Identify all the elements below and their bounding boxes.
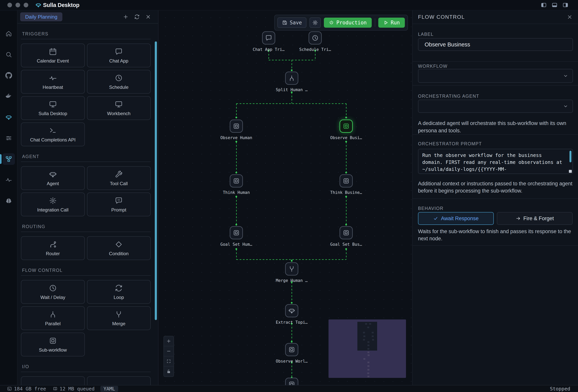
node-sub-workflow-partial[interactable] xyxy=(285,378,298,385)
node-goal-set-human[interactable] xyxy=(230,226,243,239)
rail-item-activity[interactable] xyxy=(2,174,15,186)
save-button[interactable]: Save xyxy=(277,17,307,28)
minimap[interactable] xyxy=(329,319,406,378)
node-label-think-business: Think Busine… xyxy=(321,190,371,195)
prompt-resize-handle[interactable] xyxy=(569,170,572,173)
clock-icon xyxy=(48,284,57,292)
minimize-window-button[interactable] xyxy=(15,3,20,7)
palette-card-calendar-event[interactable]: Calendar Event xyxy=(21,43,85,67)
palette-card-chat-completions-api[interactable]: Chat Completions API xyxy=(21,122,85,146)
palette-card-label: Sub-workflow xyxy=(39,347,67,353)
rail-item-settings[interactable] xyxy=(2,132,15,144)
rail-item-assistant[interactable] xyxy=(2,112,15,123)
add-tab-icon[interactable] xyxy=(123,14,129,20)
palette-card-heartbeat[interactable]: Heartbeat xyxy=(21,70,85,94)
lock-button[interactable] xyxy=(164,366,174,377)
close-inspector-icon[interactable] xyxy=(567,14,573,20)
palette-card-chat-app[interactable]: Chat App xyxy=(87,43,151,67)
node-chat-app-trigger[interactable] xyxy=(262,31,275,44)
node-label-schedule-trigger: Schedule Tri… xyxy=(290,47,340,52)
node-observe-human[interactable] xyxy=(230,119,243,133)
lock-open-icon xyxy=(166,369,171,374)
node-observe-world[interactable] xyxy=(285,343,298,356)
sliders-icon xyxy=(5,135,12,142)
edge-endpoint-dot xyxy=(236,141,237,143)
zoom-window-button[interactable] xyxy=(24,3,28,7)
palette-card-circle[interactable] xyxy=(21,376,85,385)
node-think-human[interactable] xyxy=(230,174,243,188)
palette-scrollbar[interactable] xyxy=(155,41,157,320)
rail-item-memory[interactable] xyxy=(2,195,15,207)
behavior-help-text: Waits for the sub-workflow to finish and… xyxy=(418,228,573,242)
node-goal-set-business[interactable] xyxy=(339,226,353,239)
edge-endpoint-dot xyxy=(345,172,347,174)
palette-card-loop[interactable]: Loop xyxy=(87,280,151,304)
orchestrating-agent-select[interactable] xyxy=(418,100,573,113)
node-schedule-trigger[interactable] xyxy=(309,31,322,44)
palette-card-merge[interactable]: Merge xyxy=(87,306,151,330)
close-palette-icon[interactable] xyxy=(145,14,151,20)
palette-card-label: Condition xyxy=(109,251,129,256)
zoom-in-button[interactable] xyxy=(164,336,174,346)
palette-card-condition[interactable]: Condition xyxy=(87,236,151,260)
toggle-left-panel-icon[interactable] xyxy=(541,2,547,8)
await-response-button[interactable]: Await Response xyxy=(418,212,494,225)
palette-card-schedule[interactable]: Schedule xyxy=(87,70,151,94)
palette-card-tool-call[interactable]: Tool Call xyxy=(87,166,151,190)
run-button[interactable]: Run xyxy=(378,18,405,28)
node-extract-topics[interactable] xyxy=(285,304,298,317)
fit-view-button[interactable] xyxy=(164,356,174,366)
rail-item-home[interactable] xyxy=(2,28,15,39)
node-split-human[interactable] xyxy=(285,72,298,85)
workflow-select[interactable] xyxy=(418,69,573,83)
palette-card-router[interactable]: Router xyxy=(21,236,85,260)
palette-tab-daily-planning[interactable]: Daily Planning xyxy=(20,12,62,21)
prompt-scrollbar[interactable] xyxy=(570,151,572,162)
flow-edge xyxy=(236,103,346,104)
palette-card-sulla-desktop[interactable]: Sulla Desktop xyxy=(21,96,85,120)
palette-card-agent[interactable]: Agent xyxy=(21,166,85,190)
fork-down-icon xyxy=(288,265,295,273)
node-merge-human[interactable] xyxy=(285,262,298,275)
zoom-out-button[interactable] xyxy=(164,346,174,356)
section-divider xyxy=(21,275,151,276)
production-button[interactable]: Production xyxy=(324,18,372,28)
close-window-button[interactable] xyxy=(7,3,12,7)
palette-card-parallel[interactable]: Parallel xyxy=(21,306,85,330)
palette-section-title: ROUTING xyxy=(22,224,151,229)
chevron-down-icon xyxy=(563,73,568,78)
palette-card-workbench[interactable]: Workbench xyxy=(87,96,151,120)
label-input[interactable]: Observe Business xyxy=(418,38,573,51)
docker-icon xyxy=(5,93,12,100)
settings-button[interactable] xyxy=(310,17,321,28)
workflow-canvas[interactable]: Save Production Run Chat App Tri…Schedul… xyxy=(158,10,412,385)
palette-card-send[interactable] xyxy=(87,376,151,385)
rail-item-workflows[interactable] xyxy=(2,153,15,165)
palette-card-label: Agent xyxy=(47,181,59,186)
minimap-node-dot xyxy=(367,369,369,371)
flow-edge xyxy=(236,142,237,173)
orchestrator-prompt-textarea[interactable]: Run the observe workflow for the busines… xyxy=(418,149,573,174)
palette-card-prompt[interactable]: Prompt xyxy=(87,193,151,216)
flow-edge xyxy=(236,259,346,260)
rail-item-github[interactable] xyxy=(2,70,15,81)
fire-and-forget-button[interactable]: Fire & Forget xyxy=(497,212,573,225)
brain-icon xyxy=(5,197,12,204)
node-observe-business[interactable] xyxy=(339,119,353,133)
minimap-viewport[interactable] xyxy=(357,322,377,351)
palette-card-integration-call[interactable]: Integration Call xyxy=(21,193,85,216)
palette-card-sub-workflow[interactable]: Sub-workflow xyxy=(21,333,85,356)
edge-endpoint-dot xyxy=(291,302,293,304)
node-label-split-human: Split Human … xyxy=(267,87,317,92)
palette-card-wait-delay[interactable]: Wait / Delay xyxy=(21,280,85,304)
toggle-bottom-panel-icon[interactable] xyxy=(552,2,557,8)
gear-icon xyxy=(312,20,318,26)
behavior-heading: BEHAVIOR xyxy=(418,206,573,211)
refresh-icon[interactable] xyxy=(134,14,140,20)
rail-item-search[interactable] xyxy=(2,49,15,60)
toggle-right-panel-icon[interactable] xyxy=(563,2,568,8)
node-think-business[interactable] xyxy=(339,174,353,188)
yaml-badge[interactable]: YAML xyxy=(100,386,118,392)
rail-item-docker[interactable] xyxy=(2,91,15,102)
edge-endpoint-dot xyxy=(345,248,347,250)
